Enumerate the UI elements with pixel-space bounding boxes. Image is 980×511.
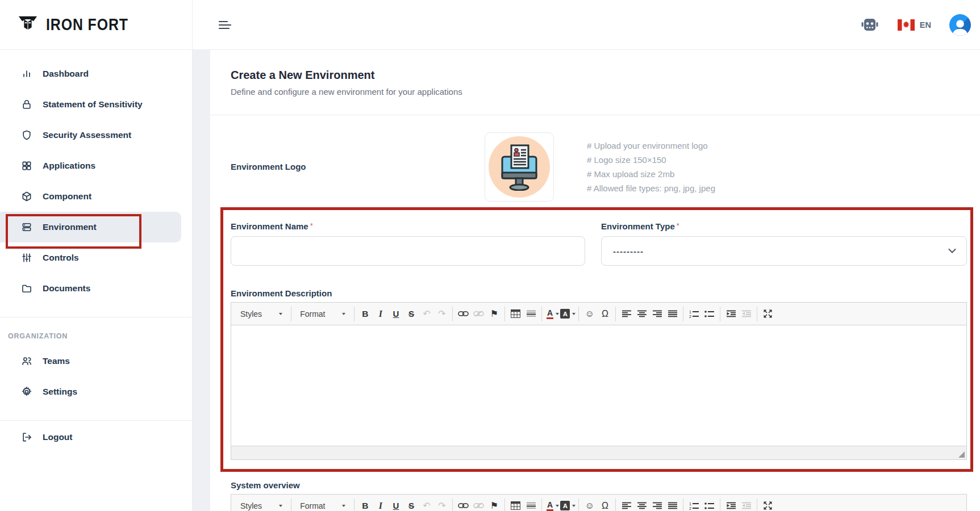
sidebar-item-label: Component <box>43 191 91 202</box>
sidebar-item-statement-of-sensitivity[interactable]: Statement of Sensitivity <box>0 89 192 120</box>
unlink-icon <box>473 311 484 317</box>
align-left-button[interactable] <box>619 497 634 511</box>
text-color-button[interactable]: A <box>545 497 560 511</box>
justify-button[interactable] <box>665 497 680 511</box>
server-stack-icon <box>20 221 33 233</box>
format-dropdown[interactable]: Format <box>294 497 351 511</box>
editor-resize-handle[interactable] <box>958 451 965 458</box>
format-dropdown[interactable]: Format <box>294 305 351 322</box>
maximize-button[interactable] <box>760 497 775 511</box>
align-center-button[interactable] <box>634 305 649 322</box>
logo-upload-button[interactable] <box>485 132 554 202</box>
sidebar-item-controls[interactable]: Controls <box>0 242 192 273</box>
numbered-list-button[interactable]: 12 <box>686 497 702 511</box>
canada-flag-icon <box>898 19 915 31</box>
sidebar-item-environment[interactable]: Environment <box>0 212 181 242</box>
unlink-button[interactable] <box>471 305 486 322</box>
description-editor-content[interactable] <box>231 325 966 446</box>
insert-table-button[interactable] <box>508 497 523 511</box>
horizontal-line-button[interactable] <box>523 305 539 322</box>
background-color-button[interactable]: A <box>560 305 576 322</box>
chevron-down-icon <box>279 505 282 507</box>
outdent-button[interactable] <box>739 305 754 322</box>
smiley-button[interactable]: ☺ <box>582 305 597 322</box>
redo-button[interactable]: ↷ <box>434 497 449 511</box>
undo-button[interactable]: ↶ <box>419 497 434 511</box>
unlink-button[interactable] <box>471 497 486 511</box>
styles-dropdown[interactable]: Styles <box>235 497 288 511</box>
anchor-flag-button[interactable]: ⚑ <box>486 497 502 511</box>
insert-table-button[interactable] <box>508 305 523 322</box>
sidebar-item-label: Logout <box>43 432 73 442</box>
sidebar-item-component[interactable]: Component <box>0 181 192 212</box>
hint-line: # Max upload size 2mb <box>587 167 715 181</box>
table-icon <box>511 501 520 510</box>
bullet-list-button[interactable] <box>702 305 717 322</box>
organization-section-label: ORGANIZATION <box>8 332 192 340</box>
environment-name-input[interactable] <box>231 236 585 266</box>
align-right-button[interactable] <box>649 497 665 511</box>
numbered-list-icon: 12 <box>689 310 699 318</box>
page-title: Create a New Environment <box>231 68 980 82</box>
format-dropdown-label: Format <box>300 309 325 319</box>
chevron-down-icon <box>572 313 576 315</box>
sidebar-item-applications[interactable]: Applications <box>0 150 192 181</box>
toolbar-separator <box>683 307 683 321</box>
bullet-list-icon <box>704 310 714 318</box>
user-avatar[interactable] <box>949 14 971 36</box>
styles-dropdown[interactable]: Styles <box>235 305 288 322</box>
italic-button[interactable]: I <box>373 305 388 322</box>
redo-button[interactable]: ↷ <box>434 305 449 322</box>
indent-button[interactable] <box>723 497 739 511</box>
sidebar-item-security-assessment[interactable]: Security Assessment <box>0 120 192 150</box>
horizontal-line-button[interactable] <box>523 497 539 511</box>
bold-button[interactable]: B <box>357 497 373 511</box>
justify-button[interactable] <box>665 305 680 322</box>
underline-button[interactable]: U <box>388 305 403 322</box>
strikethrough-button[interactable]: S <box>403 305 419 322</box>
link-button[interactable] <box>456 497 471 511</box>
smiley-button[interactable]: ☺ <box>582 497 597 511</box>
bullet-list-button[interactable] <box>702 497 717 511</box>
underline-button[interactable]: U <box>388 497 403 511</box>
chevron-down-icon <box>279 313 282 315</box>
sidebar-toggle-button[interactable] <box>219 20 231 30</box>
outdent-button[interactable] <box>739 497 754 511</box>
align-right-button[interactable] <box>649 305 665 322</box>
anchor-flag-button[interactable]: ⚑ <box>486 305 502 322</box>
strikethrough-button[interactable]: S <box>403 497 419 511</box>
sidebar-item-teams[interactable]: Teams <box>0 346 192 376</box>
maximize-button[interactable] <box>760 305 775 322</box>
sidebar-item-settings[interactable]: Settings <box>0 376 192 407</box>
text-color-button[interactable]: A <box>545 305 560 322</box>
special-character-button[interactable]: Ω <box>597 497 612 511</box>
environment-type-select[interactable]: --------- <box>601 236 967 266</box>
indent-button[interactable] <box>723 305 739 322</box>
undo-button[interactable]: ↶ <box>419 305 434 322</box>
language-switcher[interactable]: EN <box>898 19 931 31</box>
table-icon <box>511 309 520 318</box>
system-overview-label: System overview <box>231 480 967 490</box>
align-center-icon <box>637 502 647 509</box>
italic-button[interactable]: I <box>373 497 388 511</box>
maximize-icon <box>764 501 772 510</box>
background-color-icon: A <box>560 501 570 510</box>
toolbar-separator <box>452 307 453 321</box>
page-subtitle: Define and configure a new environment f… <box>231 86 980 97</box>
align-left-button[interactable] <box>619 305 634 322</box>
sidebar-item-logout[interactable]: Logout <box>0 422 192 453</box>
brand[interactable]: IRON FORT <box>0 0 192 50</box>
sidebar-item-documents[interactable]: Documents <box>0 273 192 304</box>
background-color-button[interactable]: A <box>560 497 576 511</box>
special-character-button[interactable]: Ω <box>597 305 612 322</box>
svg-text:2: 2 <box>689 315 691 318</box>
numbered-list-button[interactable]: 12 <box>686 305 702 322</box>
sidebar-item-label: Applications <box>43 161 95 171</box>
bold-button[interactable]: B <box>357 305 373 322</box>
align-center-button[interactable] <box>634 497 649 511</box>
toolbar-separator <box>504 307 505 321</box>
chatbot-button[interactable] <box>860 17 879 33</box>
sidebar-item-dashboard[interactable]: Dashboard <box>0 58 192 89</box>
toolbar-separator <box>452 499 453 511</box>
link-button[interactable] <box>456 305 471 322</box>
